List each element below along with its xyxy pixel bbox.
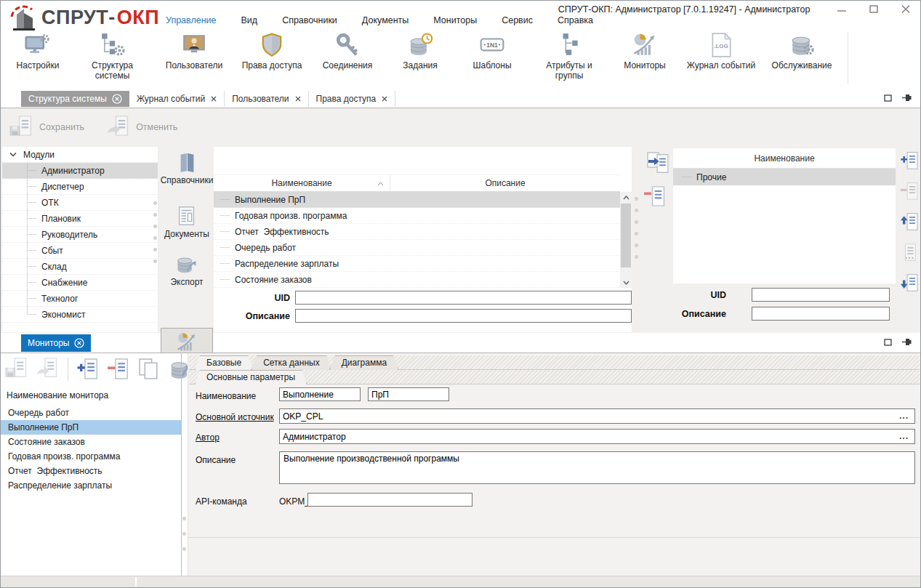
pin-icon[interactable] bbox=[902, 338, 912, 346]
description-field[interactable] bbox=[295, 309, 632, 323]
tab-close-icon[interactable] bbox=[211, 96, 217, 102]
scroll-up-icon[interactable] bbox=[620, 192, 632, 203]
tab-close-icon[interactable] bbox=[112, 94, 122, 104]
tree-item-sklad[interactable]: Склад bbox=[2, 259, 158, 275]
tab-close-icon[interactable] bbox=[382, 96, 387, 102]
form-description-field[interactable]: Выполнение производственной программы bbox=[279, 451, 915, 484]
toolbar-settings-button[interactable]: Настройки bbox=[5, 31, 71, 71]
add-row-icon[interactable] bbox=[900, 150, 920, 171]
table-row[interactable]: Состояние заказов bbox=[214, 272, 620, 288]
tab-close-icon[interactable] bbox=[295, 96, 301, 102]
uid-field[interactable] bbox=[295, 291, 632, 305]
group-uid-field[interactable] bbox=[752, 288, 890, 302]
move-up-icon[interactable] bbox=[900, 212, 920, 232]
remove-from-group-icon[interactable] bbox=[643, 184, 668, 209]
tree-item-rukovoditel[interactable]: Руководитель bbox=[2, 227, 158, 243]
tree-item-sbyt[interactable]: Сбыт bbox=[2, 243, 158, 259]
list-item[interactable]: Очередь работ bbox=[1, 406, 181, 420]
toolbar-tasks-button[interactable]: Задания bbox=[385, 31, 455, 71]
toolbar-monitors-button[interactable]: Мониторы bbox=[609, 31, 680, 71]
main-source-field[interactable] bbox=[279, 408, 915, 424]
delete-icon[interactable] bbox=[107, 357, 131, 381]
groups-column-header[interactable]: Наименование bbox=[673, 148, 896, 169]
copy-icon[interactable] bbox=[137, 357, 161, 381]
scrollbar-thumb[interactable] bbox=[621, 204, 631, 267]
menu-item-servis[interactable]: Сервис bbox=[489, 14, 545, 27]
move-down-icon[interactable] bbox=[900, 273, 920, 293]
tab-users[interactable]: Пользователи bbox=[225, 91, 308, 107]
toolbar-access-rights-button[interactable]: Права доступа bbox=[234, 31, 310, 71]
details-icon[interactable] bbox=[900, 242, 920, 262]
menu-item-spravka[interactable]: Справка bbox=[545, 14, 606, 27]
menu-item-upravlenie[interactable]: Управление bbox=[153, 14, 229, 27]
toolbar-templates-button[interactable]: 1N1 Шаблоны bbox=[455, 31, 529, 71]
menu-item-spravochniki[interactable]: Справочники bbox=[270, 14, 350, 27]
minimize-icon[interactable] bbox=[837, 5, 846, 13]
group-row-prochie[interactable]: Прочие bbox=[673, 169, 896, 185]
name-field-2[interactable] bbox=[368, 387, 449, 401]
tree-item-dispatcher[interactable]: Диспетчер bbox=[2, 179, 158, 195]
menu-item-dokumenty[interactable]: Документы bbox=[350, 14, 421, 27]
tree-item-snabzhenie[interactable]: Снабжение bbox=[2, 275, 158, 291]
toolbar-event-log-button[interactable]: .LOG Журнал событий bbox=[680, 31, 762, 71]
close-icon[interactable] bbox=[901, 5, 910, 13]
name-field-1[interactable] bbox=[279, 387, 361, 401]
menu-item-vid[interactable]: Вид bbox=[229, 14, 270, 27]
tree-item-planovik[interactable]: Плановик bbox=[2, 211, 158, 227]
group-description-field[interactable] bbox=[752, 307, 890, 321]
source-ellipsis-button[interactable]: ... bbox=[899, 411, 909, 421]
tab-monitors[interactable]: Мониторы bbox=[21, 334, 91, 352]
tree-item-administrator[interactable]: Администратор bbox=[2, 163, 158, 179]
tab-event-log[interactable]: Журнал событий bbox=[129, 91, 225, 107]
scroll-down-icon[interactable] bbox=[620, 277, 632, 288]
tab-main-parameters[interactable]: Основные параметры bbox=[194, 370, 307, 384]
tree-item-ekonomist[interactable]: Экономист bbox=[2, 307, 158, 323]
table-row[interactable]: Годовая произв. программа bbox=[214, 208, 620, 224]
column-header-name[interactable]: Наименование bbox=[214, 175, 390, 191]
toolbar-attributes-groups-button[interactable]: Атрибуты и группы bbox=[529, 31, 609, 81]
nav-export-button[interactable]: Экспорт bbox=[161, 250, 213, 290]
author-ellipsis-button[interactable]: ... bbox=[899, 431, 909, 441]
main-source-label[interactable]: Основной источник bbox=[196, 412, 274, 422]
list-item[interactable]: Распределение зарплаты bbox=[1, 478, 181, 493]
table-row[interactable]: Выполнение ПрП bbox=[214, 192, 620, 208]
column-header-description[interactable]: Описание bbox=[390, 175, 620, 191]
splitter-grip[interactable] bbox=[153, 201, 157, 263]
list-item[interactable]: Годовая произв. программа bbox=[1, 449, 181, 464]
add-icon[interactable] bbox=[76, 357, 100, 381]
api-command-field[interactable] bbox=[307, 493, 472, 507]
nav-documents-button[interactable]: Документы bbox=[161, 202, 213, 242]
save-button[interactable]: Сохранить bbox=[9, 115, 84, 140]
table-row[interactable]: Отчет Эффективность bbox=[214, 224, 620, 240]
tab-diagram[interactable]: Диаграмма bbox=[329, 355, 399, 370]
tab-close-icon[interactable] bbox=[74, 338, 84, 348]
author-label[interactable]: Автор bbox=[196, 432, 220, 443]
restore-panel-icon[interactable] bbox=[884, 339, 892, 346]
cancel-button[interactable]: Отменить bbox=[106, 115, 177, 140]
splitter-grip[interactable] bbox=[635, 197, 638, 259]
panel-splitter[interactable] bbox=[181, 353, 182, 576]
splitter-grip[interactable] bbox=[182, 517, 186, 551]
tab-data-grid[interactable]: Сетка данных bbox=[251, 355, 332, 370]
tab-structure-system[interactable]: Структура системы bbox=[21, 91, 129, 107]
nav-references-button[interactable]: Справочники bbox=[161, 148, 213, 188]
menu-item-monitory[interactable]: Мониторы bbox=[421, 14, 489, 27]
list-item[interactable]: Выполнение ПрП bbox=[1, 420, 181, 435]
toolbar-connections-button[interactable]: Соединения bbox=[310, 31, 385, 71]
save-icon[interactable] bbox=[5, 357, 29, 381]
undo-icon[interactable] bbox=[36, 357, 60, 381]
table-row[interactable]: Распределение зарплаты bbox=[214, 256, 620, 272]
author-field[interactable] bbox=[279, 429, 915, 444]
list-item[interactable]: Отчет Эффективность bbox=[1, 464, 181, 478]
list-item[interactable]: Состояние заказов bbox=[1, 435, 181, 449]
toolbar-system-structure-button[interactable]: Структура системы bbox=[71, 31, 154, 81]
tab-access-rights[interactable]: Права доступа bbox=[309, 91, 396, 107]
toolbar-maintenance-button[interactable]: Обслуживание bbox=[762, 31, 842, 71]
table-row[interactable]: Очередь работ bbox=[214, 240, 620, 256]
tree-item-otk[interactable]: ОТК bbox=[2, 195, 158, 211]
delete-row-icon[interactable] bbox=[900, 181, 920, 201]
maximize-icon[interactable] bbox=[869, 5, 878, 13]
tree-root-modules[interactable]: Модули bbox=[2, 147, 158, 163]
tab-basic[interactable]: Базовые bbox=[194, 355, 254, 370]
tree-item-tekhnolog[interactable]: Технолог bbox=[2, 291, 158, 307]
